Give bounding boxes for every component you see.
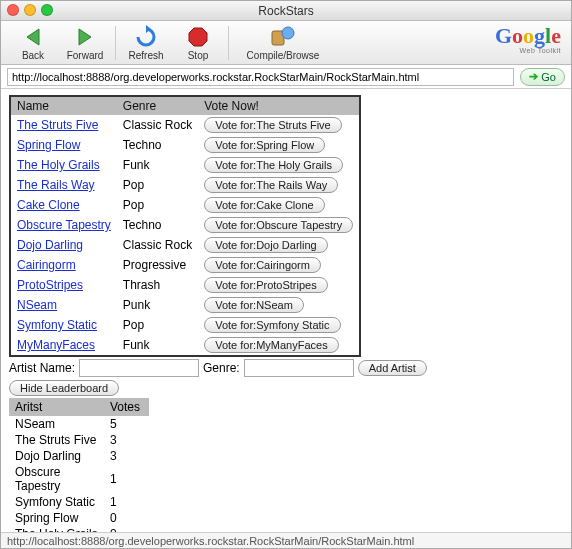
vote-button[interactable]: Vote for:Cairingorm	[204, 257, 321, 273]
artist-link[interactable]: The Struts Five	[17, 118, 98, 132]
go-arrow-icon: ➔	[529, 70, 538, 83]
vote-button[interactable]: Vote for:Symfony Static	[204, 317, 340, 333]
close-icon[interactable]	[7, 4, 19, 16]
table-row: Dojo DarlingClassic RockVote for:Dojo Da…	[10, 235, 360, 255]
artist-link[interactable]: Spring Flow	[17, 138, 80, 152]
genre-cell: Pop	[117, 315, 198, 335]
artist-link[interactable]: Cairingorm	[17, 258, 76, 272]
vote-button[interactable]: Vote for:Dojo Darling	[204, 237, 328, 253]
artist-link[interactable]: ProtoStripes	[17, 278, 83, 292]
col-genre: Genre	[117, 96, 198, 115]
svg-marker-0	[27, 29, 39, 45]
genre-cell: Pop	[117, 195, 198, 215]
genre-cell: Classic Rock	[117, 115, 198, 135]
vote-button[interactable]: Vote for:MyManyFaces	[204, 337, 339, 353]
vote-button[interactable]: Vote for:The Rails Way	[204, 177, 338, 193]
table-row: NSeamPunkVote for:NSeam	[10, 295, 360, 315]
table-row: Spring FlowTechnoVote for:Spring Flow	[10, 135, 360, 155]
svg-point-5	[282, 27, 294, 39]
table-row: NSeam5	[9, 416, 149, 432]
compile-browse-button[interactable]: Compile/Browse	[233, 24, 333, 61]
vote-button[interactable]: Vote for:NSeam	[204, 297, 304, 313]
votes-cell: 5	[104, 416, 149, 432]
url-input[interactable]	[7, 68, 514, 86]
vote-button[interactable]: Vote for:ProtoStripes	[204, 277, 328, 293]
forward-arrow-icon	[72, 24, 98, 50]
table-row: The Struts FiveClassic RockVote for:The …	[10, 115, 360, 135]
votes-cell: 3	[104, 448, 149, 464]
refresh-label: Refresh	[128, 50, 163, 61]
stop-icon	[185, 24, 211, 50]
artist-link[interactable]: The Holy Grails	[17, 158, 100, 172]
table-row: CairingormProgressiveVote for:Cairingorm	[10, 255, 360, 275]
add-artist-button[interactable]: Add Artist	[358, 360, 427, 376]
col-artist: Aritst	[9, 398, 104, 416]
forward-button[interactable]: Forward	[59, 24, 111, 61]
votes-cell: 3	[104, 432, 149, 448]
svg-marker-1	[79, 29, 91, 45]
vote-button[interactable]: Vote for:The Holy Grails	[204, 157, 343, 173]
minimize-icon[interactable]	[24, 4, 36, 16]
compile-icon	[270, 24, 296, 50]
back-arrow-icon	[20, 24, 46, 50]
add-artist-row: Artist Name: Genre: Add Artist	[9, 359, 563, 377]
hide-leaderboard-button[interactable]: Hide Leaderboard	[9, 380, 119, 396]
vote-button[interactable]: Vote for:Cake Clone	[204, 197, 324, 213]
votes-cell: 0	[104, 510, 149, 526]
table-row: MyManyFacesFunkVote for:MyManyFaces	[10, 335, 360, 356]
artist-link[interactable]: Symfony Static	[17, 318, 97, 332]
stop-label: Stop	[188, 50, 209, 61]
artist-cell: Dojo Darling	[9, 448, 104, 464]
artist-name-label: Artist Name:	[9, 361, 75, 375]
brand-subtitle: Web Toolkit	[495, 47, 561, 54]
artist-link[interactable]: MyManyFaces	[17, 338, 95, 352]
artist-link[interactable]: Cake Clone	[17, 198, 80, 212]
votes-cell: 1	[104, 494, 149, 510]
artist-cell: The Struts Five	[9, 432, 104, 448]
table-row: Cake ClonePopVote for:Cake Clone	[10, 195, 360, 215]
vote-button[interactable]: Vote for:The Struts Five	[204, 117, 342, 133]
status-bar: http://localhost:8888/org.developerworks…	[1, 532, 571, 549]
window-controls	[7, 4, 53, 16]
artist-cell: NSeam	[9, 416, 104, 432]
vote-button[interactable]: Vote for:Obscure Tapestry	[204, 217, 353, 233]
col-vote: Vote Now!	[198, 96, 360, 115]
artist-link[interactable]: The Rails Way	[17, 178, 95, 192]
table-row: Symfony StaticPopVote for:Symfony Static	[10, 315, 360, 335]
genre-cell: Funk	[117, 335, 198, 356]
table-row: Symfony Static1	[9, 494, 149, 510]
compile-label: Compile/Browse	[247, 50, 320, 61]
artist-link[interactable]: Dojo Darling	[17, 238, 83, 252]
voting-table: Name Genre Vote Now! The Struts FiveClas…	[9, 95, 361, 357]
genre-cell: Techno	[117, 215, 198, 235]
toolbar: Back Forward Refresh Stop Compile/Browse…	[1, 21, 571, 65]
vote-button[interactable]: Vote for:Spring Flow	[204, 137, 325, 153]
address-bar: ➔ Go	[1, 65, 571, 89]
go-button[interactable]: ➔ Go	[520, 68, 565, 86]
zoom-icon[interactable]	[41, 4, 53, 16]
genre-cell: Pop	[117, 175, 198, 195]
refresh-icon	[133, 24, 159, 50]
artist-name-input[interactable]	[79, 359, 199, 377]
svg-marker-3	[189, 28, 207, 46]
leaderboard-table: Aritst Votes NSeam5The Struts Five3Dojo …	[9, 398, 149, 532]
col-name: Name	[10, 96, 117, 115]
back-label: Back	[22, 50, 44, 61]
artist-cell: Spring Flow	[9, 510, 104, 526]
artist-cell: Obscure Tapestry	[9, 464, 104, 494]
window-title: RockStars	[258, 4, 313, 18]
back-button[interactable]: Back	[7, 24, 59, 61]
page-content: Name Genre Vote Now! The Struts FiveClas…	[1, 89, 571, 532]
stop-button[interactable]: Stop	[172, 24, 224, 61]
status-text: http://localhost:8888/org.developerworks…	[7, 535, 414, 547]
refresh-button[interactable]: Refresh	[120, 24, 172, 61]
table-row: Dojo Darling3	[9, 448, 149, 464]
table-row: ProtoStripesThrashVote for:ProtoStripes	[10, 275, 360, 295]
genre-input[interactable]	[244, 359, 354, 377]
google-web-toolkit-logo: Google Web Toolkit	[495, 25, 561, 54]
genre-cell: Funk	[117, 155, 198, 175]
table-row: The Rails WayPopVote for:The Rails Way	[10, 175, 360, 195]
artist-link[interactable]: Obscure Tapestry	[17, 218, 111, 232]
artist-link[interactable]: NSeam	[17, 298, 57, 312]
genre-cell: Punk	[117, 295, 198, 315]
